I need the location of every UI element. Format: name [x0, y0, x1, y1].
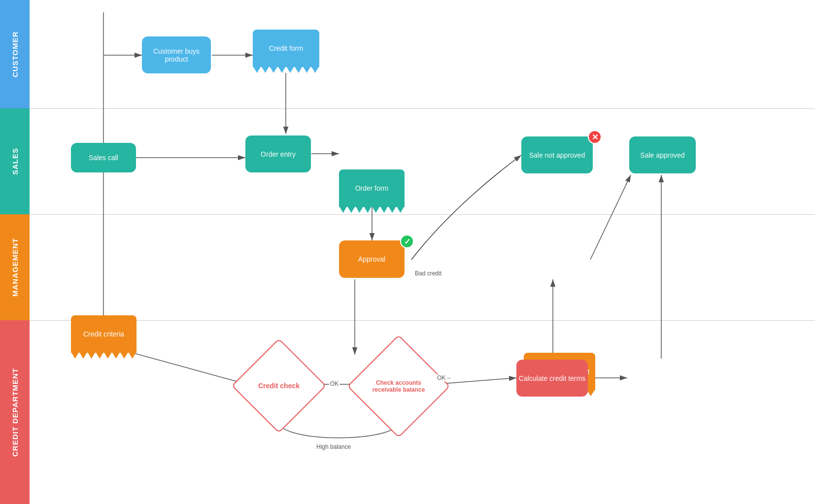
- credit-check-label: Credit check: [258, 382, 300, 390]
- customer-buys-label: Customer buys product: [142, 47, 211, 63]
- high-balance-label: High balance: [315, 443, 352, 450]
- lane-divider-3: [30, 320, 815, 321]
- order-form-shape: Order form: [339, 169, 405, 207]
- diagram-container: Customer Sales Management Credit departm…: [0, 0, 815, 504]
- sale-not-approved-label: Sale not approved: [529, 151, 585, 159]
- bad-credit-label: Bad credit: [414, 270, 442, 277]
- swimlanes-labels: Customer Sales Management Credit departm…: [0, 0, 30, 504]
- sales-call-shape: Sales call: [71, 143, 136, 172]
- order-entry-shape: Order entry: [245, 135, 311, 172]
- diagram-area: Customer buys product Credit form Sales …: [30, 0, 815, 504]
- credit-form-label: Credit form: [269, 44, 303, 52]
- approval-label: Approval: [358, 255, 385, 263]
- svg-line-14: [590, 175, 631, 260]
- lane-divider-1: [30, 108, 815, 109]
- sale-approved-label: Sale approved: [640, 151, 684, 159]
- credit-form-shape: Credit form: [253, 30, 319, 67]
- check-accounts-label: Check accounts receivable balance: [362, 379, 435, 393]
- credit-criteria-shape: Credit criteria: [71, 315, 136, 353]
- sale-not-approved-shape: Sale not approved: [521, 136, 593, 173]
- connectors-svg: [30, 0, 815, 504]
- order-entry-label: Order entry: [261, 150, 296, 158]
- approval-shape: Approval: [339, 240, 405, 278]
- lane-label-customer: Customer: [0, 0, 30, 108]
- calculate-credit-label: Calculate credit terms: [519, 374, 585, 382]
- lane-label-sales: Sales: [0, 108, 30, 214]
- ok-label-1: OK: [329, 380, 340, 387]
- credit-criteria-label: Credit criteria: [83, 330, 124, 338]
- sales-call-label: Sales call: [89, 154, 118, 162]
- credit-check-label-container: Credit check: [245, 352, 312, 419]
- sale-not-approved-badge: ✕: [588, 130, 602, 144]
- sale-approved-shape: Sale approved: [629, 136, 696, 173]
- approval-badge: ✓: [400, 235, 414, 248]
- lane-divider-2: [30, 214, 815, 215]
- lane-label-credit-dept: Credit department: [0, 320, 30, 504]
- order-form-label: Order form: [355, 184, 389, 192]
- check-accounts-label-container: Check accounts receivable balance: [362, 350, 435, 423]
- calculate-credit-shape: Calculate credit terms: [516, 360, 588, 397]
- ok-label-2: OK→: [436, 374, 452, 381]
- customer-buys-shape: Customer buys product: [142, 36, 211, 73]
- lane-label-management: Management: [0, 214, 30, 320]
